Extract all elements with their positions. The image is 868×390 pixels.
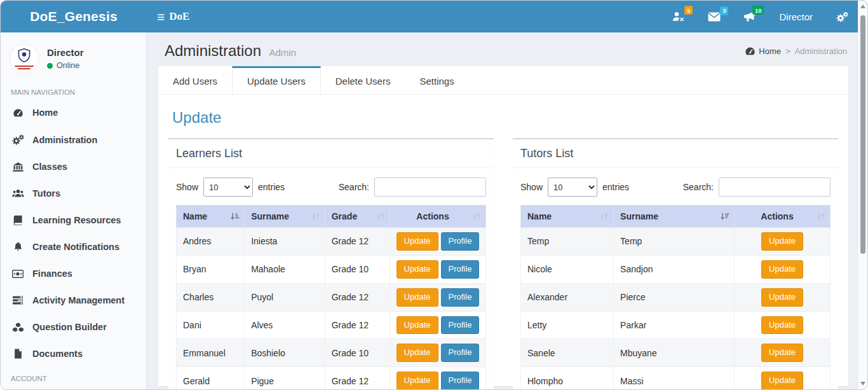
sidebar-item-administration[interactable]: Administration: [1, 126, 146, 153]
panel-tutors-list: Tutors List Show 10 entries Search: Name…: [513, 138, 838, 390]
cell-grade: Grade 12: [325, 228, 390, 256]
panel-header: Tutors List: [513, 139, 838, 168]
profile-button[interactable]: Profile: [441, 316, 480, 335]
table-row: GeraldPigueGrade 12UpdateProfile: [177, 367, 486, 390]
update-button[interactable]: Update: [397, 344, 438, 362]
cell-grade: Grade 12: [325, 367, 390, 390]
table-row: AndresIniestaGrade 12UpdateProfile: [177, 228, 486, 256]
cell-surname: Temp: [614, 228, 735, 256]
entries-select[interactable]: 10: [203, 178, 253, 197]
user-menu[interactable]: Director: [779, 11, 813, 22]
sidebar-item-label: Tutors: [32, 188, 60, 198]
breadcrumb-current: Administration: [795, 46, 847, 56]
column-header-actions[interactable]: Actions: [735, 205, 831, 228]
cell-grade: Grade 12: [325, 283, 390, 311]
tab-update-users[interactable]: Update Users: [232, 66, 321, 94]
sidebar-item-home[interactable]: Home: [1, 99, 146, 126]
cell-name: Sanele: [521, 339, 614, 367]
user-panel: Director Online: [1, 39, 146, 81]
online-dot-icon: [47, 63, 53, 69]
profile-button[interactable]: Profile: [441, 232, 480, 251]
cell-actions: UpdateProfile: [390, 255, 486, 283]
column-header-grade[interactable]: Grade: [325, 205, 390, 228]
user-name: Director: [47, 47, 84, 58]
user-status[interactable]: Online: [47, 61, 84, 70]
scroll-down-arrow[interactable]: [858, 382, 867, 386]
menu-toggle-icon[interactable]: ≡: [157, 10, 165, 24]
bullhorn-button[interactable]: 10: [743, 11, 756, 22]
search-label: Search:: [683, 182, 714, 192]
envelope-button[interactable]: 3: [708, 12, 721, 22]
cell-name: Nicole: [521, 255, 614, 283]
sidebar-item-documents[interactable]: Documents: [1, 340, 146, 367]
cell-actions: UpdateProfile: [390, 339, 486, 367]
profile-button[interactable]: Profile: [441, 260, 480, 279]
column-header-actions[interactable]: Actions: [390, 205, 486, 228]
column-header-name[interactable]: Name: [521, 205, 614, 228]
update-button[interactable]: Update: [761, 288, 803, 307]
cell-name: Gerald: [177, 367, 245, 390]
sidebar-item-activity-management[interactable]: Activity Management: [1, 287, 146, 314]
sort-icon: [472, 212, 481, 221]
cell-name: Alexander: [521, 283, 614, 311]
column-header-surname[interactable]: Surname: [245, 205, 325, 228]
cell-surname: Pierce: [614, 283, 735, 311]
search-input[interactable]: [719, 178, 831, 197]
update-button[interactable]: Update: [397, 372, 438, 390]
update-button[interactable]: Update: [397, 316, 438, 335]
column-header-name[interactable]: Name: [177, 205, 245, 228]
update-button[interactable]: Update: [761, 232, 803, 251]
search-input[interactable]: [374, 178, 486, 197]
breadcrumb-separator: >: [785, 46, 790, 56]
sort-icon: [376, 212, 385, 221]
table-row: AlexanderPierceUpdate: [521, 283, 831, 311]
brand-logo[interactable]: DoE_Genesis: [1, 1, 147, 32]
notification-badge: 10: [752, 6, 764, 15]
sort-icon: [817, 212, 825, 221]
scroll-up-arrow[interactable]: [858, 4, 867, 8]
account-section-label: ACCOUNT: [1, 367, 146, 386]
tab-settings[interactable]: Settings: [405, 66, 468, 94]
user-remove-icon: [672, 11, 685, 22]
breadcrumb-home[interactable]: Home: [745, 46, 781, 56]
column-header-surname[interactable]: Surname: [614, 205, 735, 228]
sidebar-item-classes[interactable]: Classes: [1, 153, 146, 180]
sidebar-item-tutors[interactable]: Tutors: [1, 180, 146, 207]
section-heading: Update: [172, 109, 838, 127]
sidebar-item-finances[interactable]: Finances: [1, 260, 146, 287]
cogs-icon: [11, 134, 24, 145]
profile-button[interactable]: Profile: [441, 344, 480, 362]
sidebar-item-learning-resources[interactable]: Learning Resources: [1, 207, 146, 233]
user-remove-button[interactable]: 5: [672, 11, 685, 22]
entries-label: entries: [602, 182, 629, 192]
cell-grade: Grade 12: [325, 311, 390, 339]
cell-name: Emmanuel: [177, 339, 245, 367]
scrollbar-thumb[interactable]: [860, 15, 865, 254]
sidebar-item-question-builder[interactable]: Question Builder: [1, 314, 146, 340]
profile-button[interactable]: Profile: [441, 372, 480, 390]
gears-icon[interactable]: [836, 11, 848, 22]
update-button[interactable]: Update: [397, 232, 438, 251]
update-button[interactable]: Update: [761, 316, 803, 335]
cell-actions: Update: [735, 367, 831, 390]
notification-badge: 5: [684, 6, 693, 15]
entries-select[interactable]: 10: [548, 178, 597, 197]
breadcrumb: Home > Administration: [745, 46, 847, 56]
update-button[interactable]: Update: [397, 260, 438, 279]
sidebar: Director Online MAIN NAVIGATION HomeAdmi…: [1, 32, 147, 390]
cell-actions: UpdateProfile: [390, 283, 486, 311]
tab-delete-users[interactable]: Delete Users: [321, 66, 405, 94]
nav-section-label: MAIN NAVIGATION: [1, 81, 146, 99]
main-content: Administration Admin Home > Administrati…: [147, 32, 867, 390]
sidebar-item-label: Question Builder: [32, 322, 107, 332]
money-icon: [11, 270, 24, 278]
update-button[interactable]: Update: [761, 260, 803, 279]
update-button[interactable]: Update: [761, 372, 803, 390]
page-title: Administration: [165, 42, 261, 59]
update-button[interactable]: Update: [761, 344, 803, 362]
update-button[interactable]: Update: [397, 288, 438, 307]
sidebar-item-create-notifications[interactable]: Create Notifications: [1, 233, 146, 260]
table-row: NicoleSandjonUpdate: [521, 255, 831, 283]
tab-add-users[interactable]: Add Users: [158, 66, 232, 94]
profile-button[interactable]: Profile: [441, 288, 480, 307]
